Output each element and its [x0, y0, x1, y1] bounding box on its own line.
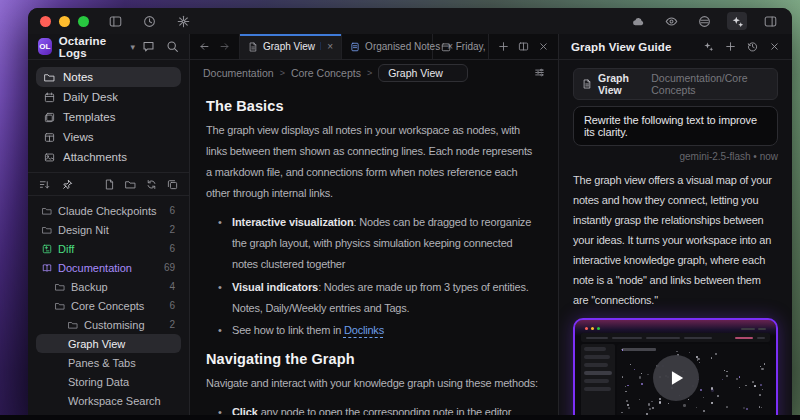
tree-item-icon [68, 320, 78, 330]
chat-icon[interactable] [142, 40, 155, 53]
clock-icon[interactable] [139, 12, 159, 30]
close-panel-icon[interactable] [769, 41, 780, 52]
tree-item-label: Graph View [68, 338, 125, 350]
assistant-panel: Graph View Guide Graph View Documentatio… [558, 34, 792, 420]
split-pane-icon[interactable] [518, 41, 529, 52]
sparkles-icon[interactable] [703, 41, 714, 52]
sidebar-nav-item[interactable]: Daily Desk [36, 87, 181, 107]
new-folder-icon[interactable] [125, 179, 136, 190]
tab-title: Friday, D [456, 41, 489, 52]
video-preview[interactable] [573, 318, 778, 420]
mini-traffic-close [585, 327, 588, 330]
tab-title: Graph View [263, 41, 315, 52]
back-button[interactable] [199, 41, 210, 52]
nav-item-icon [44, 132, 55, 143]
tree-row[interactable]: Graph View [36, 334, 181, 353]
breadcrumb-separator: > [280, 68, 285, 78]
sidebar-nav-item[interactable]: Notes [36, 67, 181, 87]
section-heading: Navigating the Graph [206, 351, 540, 367]
tree-item-label: Panes & Tabs [68, 357, 136, 369]
file-tree: Claude Checkpoints 6 Design Nit 2 [28, 196, 189, 420]
tree-row[interactable]: Claude Checkpoints 6 [36, 201, 181, 220]
context-chip-title: Graph View [598, 72, 645, 96]
note-options-icon[interactable] [534, 67, 545, 78]
tab-organised-notes[interactable]: Organised Notes × [342, 34, 433, 59]
sidebar-nav-item[interactable]: Attachments [36, 147, 181, 167]
app-window: OL Octarine Logs ▾ [28, 8, 792, 420]
forward-button[interactable] [219, 41, 230, 52]
tree-row[interactable]: Core Concepts 6 [36, 296, 181, 315]
tree-row[interactable]: Daily Desk 3 [36, 410, 181, 420]
tree-item-label: Diff [58, 243, 74, 255]
tree-item-count: 6 [169, 205, 175, 216]
mini-canvas-caption [622, 348, 656, 351]
chevron-down-icon: ▾ [130, 42, 135, 52]
tree-row[interactable]: Backup 4 [36, 277, 181, 296]
workspace-avatar: OL [38, 38, 52, 55]
context-chip-path: Documentation/Core Concepts [651, 72, 769, 96]
sparkles-icon[interactable] [727, 12, 747, 30]
breadcrumb-item[interactable]: Documentation [203, 67, 274, 79]
breadcrumb-item[interactable]: Core Concepts [291, 67, 361, 79]
tree-item-count: 69 [164, 262, 175, 273]
duplicate-icon[interactable] [167, 179, 178, 190]
play-button[interactable] [653, 355, 699, 401]
titlebar-right-icons [628, 12, 780, 30]
new-chat-icon[interactable] [725, 41, 736, 52]
eye-icon[interactable] [661, 12, 681, 30]
tree-item-label: Claude Checkpoints [58, 205, 156, 217]
close-pane-icon[interactable] [538, 41, 549, 52]
zoom-window-button[interactable] [78, 16, 89, 27]
tree-item-count: 4 [169, 281, 175, 292]
tree-item-icon [55, 282, 65, 292]
history-icon[interactable] [747, 41, 758, 52]
note-title-field[interactable]: Graph View [378, 64, 468, 82]
tree-item-icon [42, 225, 52, 235]
tree-item-label: Core Concepts [71, 300, 144, 312]
panel-right-icon[interactable] [760, 12, 780, 30]
tree-row[interactable]: Diff 6 [36, 239, 181, 258]
nav-item-label: Notes [63, 71, 93, 83]
context-chip[interactable]: Graph View Documentation/Core Concepts [573, 68, 778, 100]
sidebar-nav-item[interactable]: Views [36, 127, 181, 147]
close-tab-icon[interactable]: × [327, 41, 333, 52]
assistant-body: Graph View Documentation/Core Concepts R… [559, 60, 792, 420]
tree-row[interactable]: Documentation 69 [36, 258, 181, 277]
sync-icon[interactable] [146, 179, 157, 190]
tab-graph-view[interactable]: Graph View Documentation × [240, 34, 342, 59]
panel-left-icon[interactable] [105, 12, 125, 30]
nav-item-icon [44, 112, 55, 123]
workspace-switcher[interactable]: OL Octarine Logs ▾ [28, 34, 189, 60]
assistant-header: Graph View Guide [559, 34, 792, 60]
close-window-button[interactable] [40, 16, 51, 27]
mini-sidebar [581, 344, 615, 420]
sort-icon[interactable] [39, 179, 50, 190]
tree-item-icon [42, 206, 52, 216]
note-content[interactable]: The Basics The graph view displays all n… [190, 85, 558, 420]
tree-item-count: 2 [169, 224, 175, 235]
tree-item-label: Design Nit [58, 224, 109, 236]
tree-row[interactable]: Panes & Tabs [36, 353, 181, 372]
new-tab-icon[interactable] [498, 41, 509, 52]
tab-friday-daily[interactable]: Friday, D [433, 34, 489, 59]
tree-item-label: Storing Data [68, 376, 129, 388]
sidebar-nav-item[interactable]: Templates [36, 107, 181, 127]
snowflake-icon[interactable] [173, 12, 193, 30]
tree-row[interactable]: Customising 2 [36, 315, 181, 334]
new-file-icon[interactable] [104, 179, 115, 190]
nav-item-icon [44, 92, 55, 103]
doclinks-link[interactable]: Doclinks [344, 324, 384, 336]
bullet-item: Visual indicators: Nodes are made up fro… [218, 277, 540, 319]
pin-icon[interactable] [62, 179, 73, 190]
tree-item-count: 2 [169, 319, 175, 330]
nav-item-label: Views [63, 131, 93, 143]
sidebar: OL Octarine Logs ▾ [28, 34, 190, 420]
minimize-window-button[interactable] [59, 16, 70, 27]
tree-row[interactable]: Storing Data [36, 372, 181, 391]
tree-row[interactable]: Design Nit 2 [36, 220, 181, 239]
cloud-icon[interactable] [628, 12, 648, 30]
breadcrumb: Documentation > Core Concepts > Graph Vi… [190, 60, 558, 85]
focus-icon[interactable] [694, 12, 714, 30]
search-icon[interactable] [166, 40, 179, 53]
tree-row[interactable]: Workspace Search [36, 391, 181, 410]
